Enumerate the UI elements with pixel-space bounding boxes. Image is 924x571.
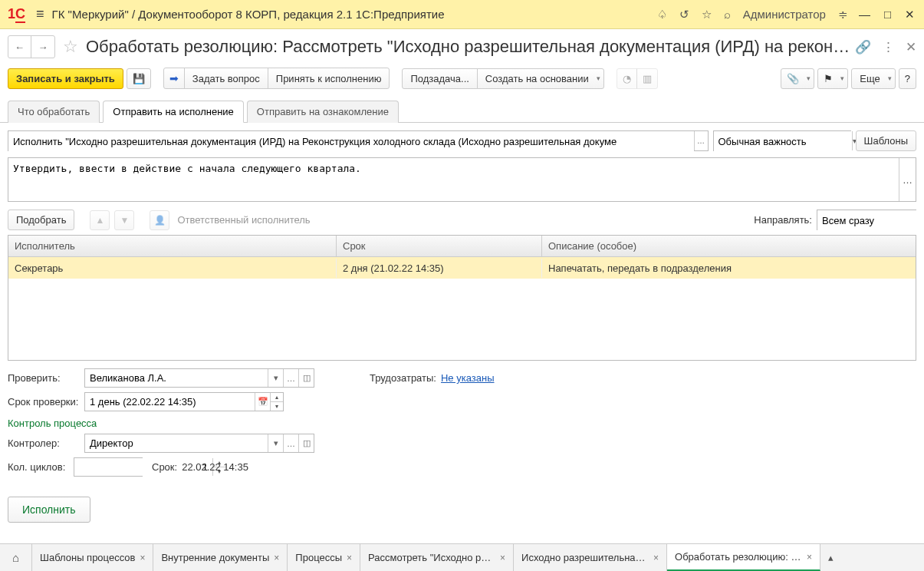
bottom-tab[interactable]: Внутренние документы× — [153, 544, 288, 571]
kebab-icon[interactable]: ⋮ — [882, 39, 895, 55]
scroll-up-button[interactable]: ▴ — [820, 544, 840, 571]
save-icon: 💾 — [133, 73, 145, 84]
home-button[interactable]: ⌂ — [0, 544, 32, 571]
history-icon[interactable]: ↺ — [679, 8, 689, 21]
bottom-tab[interactable]: Процессы× — [288, 544, 360, 571]
bell-icon[interactable]: ♤ — [657, 8, 667, 21]
help-button[interactable]: ? — [899, 68, 916, 89]
col-deadline: Срок — [337, 236, 542, 256]
term-label: Срок: — [152, 461, 177, 473]
create-based-on-button[interactable]: Создать на основании — [477, 68, 604, 89]
chevron-down-icon[interactable]: ▾ — [268, 369, 283, 387]
link-icon[interactable]: 🔗 — [855, 39, 871, 55]
open-button[interactable]: ◫ — [298, 369, 314, 387]
ellipsis-button[interactable]: … — [283, 369, 298, 387]
flag-icon: ⚑ — [824, 73, 833, 84]
titlebar: 1C ≡ ГК "Меркурий" / Документооборот 8 К… — [0, 0, 924, 29]
chart-button[interactable]: ◔ — [617, 68, 637, 89]
close-icon[interactable]: × — [274, 553, 279, 563]
redirect-button[interactable]: ➡ — [163, 68, 185, 89]
labor-label: Трудозатраты: — [370, 372, 436, 384]
subject-input[interactable] — [8, 131, 694, 152]
executors-table: Исполнитель Срок Описание (особое) Секре… — [8, 235, 916, 361]
star-icon[interactable]: ☆ — [702, 8, 712, 21]
search-icon[interactable]: ⌕ — [724, 8, 731, 21]
accept-execution-button[interactable]: Принять к исполнению — [268, 68, 390, 89]
description-textarea[interactable]: Утвердить, ввести в действие с начала сл… — [8, 158, 899, 201]
report-button[interactable]: ▥ — [636, 68, 658, 89]
execute-area: Исполнить — [0, 489, 924, 530]
page-close-icon[interactable]: ✕ — [906, 39, 916, 55]
person-icon: 👤 — [150, 210, 169, 230]
tab-send-for-review[interactable]: Отправить на ознакомление — [247, 101, 399, 123]
pick-button[interactable]: Подобрать — [8, 210, 74, 230]
save-and-close-button[interactable]: Записать и закрыть — [8, 68, 123, 89]
importance-select[interactable]: ▾ — [713, 130, 851, 151]
favorite-star-icon[interactable]: ☆ — [63, 37, 78, 57]
settings-icon[interactable]: ≑ — [838, 8, 848, 21]
header-actions: 🔗 ⋮ ✕ — [855, 39, 916, 55]
close-icon[interactable]: × — [347, 553, 352, 563]
bottom-tabs: ⌂ Шаблоны процессов× Внутренние документ… — [0, 543, 924, 571]
app-title: ГК "Меркурий" / Документооборот 8 КОРП, … — [52, 8, 657, 21]
chevron-down-icon[interactable]: ▾ — [268, 434, 283, 452]
tab-send-for-execution[interactable]: Отправить на исполнение — [103, 101, 244, 123]
cell-deadline: 2 дня (21.02.22 14:35) — [337, 259, 542, 278]
ellipsis-button[interactable]: … — [283, 434, 298, 452]
subject-ellipsis-button[interactable]: … — [694, 131, 708, 150]
importance-value[interactable] — [714, 131, 852, 152]
templates-button[interactable]: Шаблоны — [856, 130, 917, 151]
check-deadline-label: Срок проверки: — [8, 396, 80, 408]
controller-field: ▾ … ◫ — [84, 434, 314, 453]
close-icon[interactable]: × — [653, 553, 659, 563]
direct-select[interactable]: ▾ — [817, 210, 916, 230]
deadline-stepper[interactable]: ▴▾ — [270, 393, 283, 411]
user-label[interactable]: Администратор — [743, 8, 826, 21]
close-icon[interactable]: × — [500, 553, 505, 563]
more-button[interactable]: Еще — [851, 68, 895, 89]
table-row[interactable]: Секретарь 2 дня (21.02.22 14:35) Напечат… — [8, 257, 916, 279]
tab-what-to-process[interactable]: Что обработать — [8, 101, 100, 123]
subtask-button[interactable]: Подзадача... — [402, 68, 477, 89]
clip-icon: 📎 — [787, 73, 799, 84]
direct-value[interactable] — [817, 210, 924, 231]
close-icon[interactable]: × — [807, 552, 812, 563]
controller-input[interactable] — [85, 434, 268, 452]
term-value: 22.02.22 14:35 — [182, 461, 248, 473]
checker-input[interactable] — [85, 369, 268, 387]
move-down-button: ▼ — [114, 210, 134, 230]
bottom-tab[interactable]: Рассмотреть "Исходно разр...× — [360, 544, 514, 571]
maximize-button[interactable]: □ — [881, 5, 894, 25]
back-button[interactable]: ← — [8, 36, 31, 58]
save-button[interactable]: 💾 — [127, 68, 151, 89]
close-button[interactable]: ✕ — [902, 5, 918, 25]
attach-button[interactable]: 📎 — [781, 68, 814, 89]
execute-button[interactable]: Исполнить — [8, 497, 90, 523]
check-deadline-input[interactable] — [85, 393, 255, 411]
calendar-icon[interactable]: 📅 — [255, 393, 270, 411]
main-menu-icon[interactable]: ≡ — [36, 6, 44, 22]
move-up-button: ▲ — [90, 210, 110, 230]
open-button[interactable]: ◫ — [298, 434, 314, 452]
check-deadline-field: 📅 ▴▾ — [84, 392, 284, 411]
direct-label: Направлять: — [754, 214, 812, 226]
control-section-title: Контроль процесса — [8, 418, 916, 429]
flag-button[interactable]: ⚑ — [817, 68, 848, 89]
labor-link[interactable]: Не указаны — [441, 372, 495, 384]
tab-bar: Что обработать Отправить на исполнение О… — [0, 95, 924, 123]
bottom-tab[interactable]: Исходно разрешительная до...× — [514, 544, 667, 571]
arrow-right-icon: ➡ — [169, 72, 179, 84]
subject-field-wrap: … — [8, 130, 709, 151]
cell-executor: Секретарь — [8, 259, 337, 278]
bottom-tab-active[interactable]: Обработать резолюцию: Рас...× — [667, 544, 820, 571]
toolbar: Записать и закрыть 💾 ➡ Задать вопрос При… — [0, 64, 924, 92]
responsible-label: Ответственный исполнитель — [177, 214, 310, 226]
close-icon[interactable]: × — [140, 553, 145, 563]
minimize-button[interactable]: — — [856, 5, 873, 25]
check-label: Проверить: — [8, 372, 80, 384]
ask-question-button[interactable]: Задать вопрос — [184, 68, 268, 89]
bottom-tab[interactable]: Шаблоны процессов× — [32, 544, 153, 571]
forward-button[interactable]: → — [31, 36, 54, 58]
cycles-field: ▴▾ — [74, 457, 143, 477]
description-expand-button[interactable]: … — [899, 158, 916, 201]
